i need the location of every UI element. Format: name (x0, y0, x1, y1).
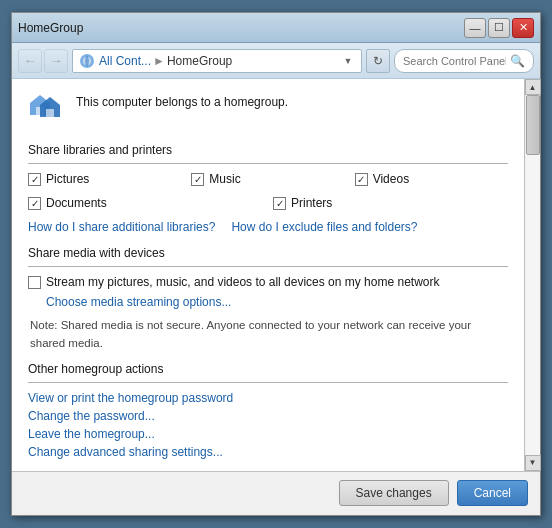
stream-label: Stream my pictures, music, and videos to… (46, 275, 440, 289)
search-input[interactable] (403, 55, 506, 67)
stream-row: Stream my pictures, music, and videos to… (28, 275, 508, 289)
music-label: Music (209, 172, 240, 186)
cancel-button[interactable]: Cancel (457, 480, 528, 506)
checkbox-item-videos: Videos (355, 172, 508, 186)
back-button[interactable]: ← (18, 49, 42, 73)
change-password-link[interactable]: Change the password... (28, 409, 508, 423)
main-window: HomeGroup — ☐ ✕ ← → All Cont... ► (11, 12, 541, 516)
refresh-button[interactable]: ↻ (366, 49, 390, 73)
libraries-row2: Documents Printers (28, 196, 508, 210)
homegroup-description: This computer belongs to a homegroup. (76, 91, 288, 109)
title-bar: HomeGroup — ☐ ✕ (12, 13, 540, 43)
view-password-link[interactable]: View or print the homegroup password (28, 391, 508, 405)
content-area: This computer belongs to a homegroup. Sh… (12, 79, 540, 471)
search-icon: 🔍 (510, 54, 525, 68)
close-button[interactable]: ✕ (512, 18, 534, 38)
exclude-files-link[interactable]: How do I exclude files and folders? (231, 220, 417, 234)
media-note: Note: Shared media is not secure. Anyone… (28, 317, 508, 352)
documents-checkbox[interactable] (28, 197, 41, 210)
title-controls: — ☐ ✕ (464, 18, 534, 38)
divider-2 (28, 266, 508, 267)
svg-rect-5 (46, 109, 54, 117)
checkbox-item-documents: Documents (28, 196, 263, 210)
documents-label: Documents (46, 196, 107, 210)
breadcrumb: All Cont... ► HomeGroup (99, 54, 232, 68)
libraries-row1: Pictures Music Videos (28, 172, 508, 186)
divider-1 (28, 163, 508, 164)
breadcrumb-parent[interactable]: All Cont... (99, 54, 151, 68)
other-actions-label: Other homegroup actions (28, 362, 508, 376)
address-bar: All Cont... ► HomeGroup ▼ (72, 49, 362, 73)
advanced-sharing-link[interactable]: Change advanced sharing settings... (28, 445, 508, 459)
homegroup-icon (28, 91, 66, 129)
search-box[interactable]: 🔍 (394, 49, 534, 73)
window-title: HomeGroup (18, 21, 83, 35)
share-links: How do I share additional libraries? How… (28, 220, 508, 234)
footer: Save changes Cancel (12, 471, 540, 515)
homegroup-header: This computer belongs to a homegroup. (28, 91, 508, 129)
videos-label: Videos (373, 172, 409, 186)
share-libraries-label: Share libraries and printers (28, 143, 508, 157)
pictures-label: Pictures (46, 172, 89, 186)
divider-3 (28, 382, 508, 383)
checkbox-item-music: Music (191, 172, 344, 186)
main-panel: This computer belongs to a homegroup. Sh… (12, 79, 524, 471)
checkbox-item-pictures: Pictures (28, 172, 181, 186)
leave-homegroup-link[interactable]: Leave the homegroup... (28, 427, 508, 441)
address-dropdown[interactable]: ▼ (341, 54, 355, 68)
media-streaming-link[interactable]: Choose media streaming options... (46, 295, 231, 309)
minimize-button[interactable]: — (464, 18, 486, 38)
videos-checkbox[interactable] (355, 173, 368, 186)
printers-checkbox[interactable] (273, 197, 286, 210)
scrollbar[interactable]: ▲ ▼ (524, 79, 540, 471)
scrollbar-thumb[interactable] (526, 95, 540, 155)
breadcrumb-current: HomeGroup (167, 54, 232, 68)
title-bar-left: HomeGroup (18, 21, 83, 35)
scrollbar-track[interactable] (526, 95, 540, 455)
maximize-button[interactable]: ☐ (488, 18, 510, 38)
scroll-up-arrow[interactable]: ▲ (525, 79, 541, 95)
share-additional-link[interactable]: How do I share additional libraries? (28, 220, 215, 234)
music-checkbox[interactable] (191, 173, 204, 186)
nav-bar: ← → All Cont... ► HomeGroup ▼ ↻ 🔍 (12, 43, 540, 79)
nav-buttons: ← → (18, 49, 68, 73)
address-icon (79, 53, 95, 69)
printers-label: Printers (291, 196, 332, 210)
checkbox-item-printers: Printers (273, 196, 508, 210)
share-media-label: Share media with devices (28, 246, 508, 260)
forward-button[interactable]: → (44, 49, 68, 73)
other-actions-list: View or print the homegroup password Cha… (28, 391, 508, 459)
save-button[interactable]: Save changes (339, 480, 449, 506)
scroll-down-arrow[interactable]: ▼ (525, 455, 541, 471)
stream-checkbox[interactable] (28, 276, 41, 289)
pictures-checkbox[interactable] (28, 173, 41, 186)
